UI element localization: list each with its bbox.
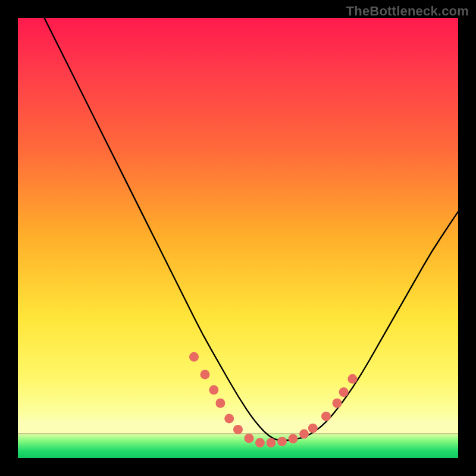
curve-marker bbox=[189, 352, 199, 362]
curve-marker bbox=[333, 399, 342, 408]
curve-marker bbox=[233, 425, 243, 434]
chart-svg bbox=[18, 18, 458, 458]
curve-marker bbox=[299, 429, 309, 439]
plot-area bbox=[18, 18, 458, 458]
curve-marker bbox=[224, 414, 234, 423]
chart-frame: TheBottleneck.com bbox=[0, 0, 476, 476]
curve-marker bbox=[289, 434, 298, 443]
curve-marker bbox=[209, 385, 218, 394]
marker-group bbox=[189, 352, 357, 447]
curve-marker bbox=[255, 438, 265, 447]
curve-marker bbox=[201, 369, 210, 379]
watermark-text: TheBottleneck.com bbox=[346, 4, 469, 19]
curve-marker bbox=[215, 399, 225, 408]
curve-marker bbox=[347, 374, 357, 384]
curve-marker bbox=[308, 424, 318, 433]
bottleneck-curve bbox=[44, 18, 458, 440]
curve-marker bbox=[321, 412, 331, 421]
curve-marker bbox=[245, 434, 254, 443]
curve-marker bbox=[339, 387, 349, 397]
curve-marker bbox=[267, 438, 276, 447]
curve-marker bbox=[277, 437, 287, 446]
